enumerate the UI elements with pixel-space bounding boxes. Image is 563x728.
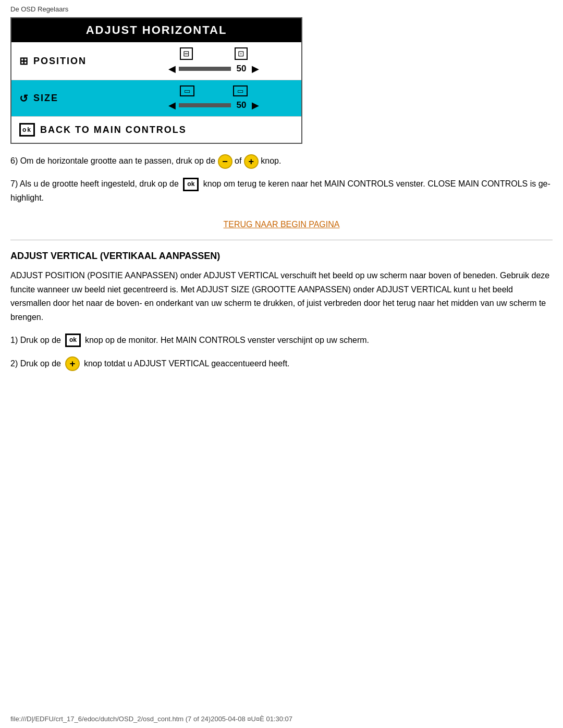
para6-text-end: knop.: [261, 156, 281, 165]
size-value: 50: [234, 100, 249, 110]
position-left-arrow[interactable]: ◀: [168, 63, 176, 75]
item1: 1) Druk op de ok knop op de monitor. Het…: [10, 334, 553, 347]
minus-button-icon: −: [218, 154, 232, 169]
back-label: BACK TO MAIN CONTROLS: [40, 125, 187, 135]
position-slider-fill: [179, 67, 205, 71]
osd-position-row: ⊞ POSITION ⊟ ⊡ ◀ 50 ▶: [11, 42, 301, 80]
page-title: De OSD Regelaars: [10, 5, 553, 13]
item2-pre: 2) Druk op de: [10, 357, 61, 371]
item2: 2) Druk op de + knop totdat u ADJUST VER…: [10, 356, 553, 371]
ok-icon-item1: ok: [65, 334, 81, 347]
size-icons: ▭ ▭: [180, 85, 248, 96]
plus-button-icon: +: [244, 154, 259, 169]
plus-button-icon-item2: +: [65, 356, 80, 371]
section-title: ADJUST VERTICAL (VERTIKAAL AANPASSEN): [10, 251, 553, 262]
monitor-icon: ⊞: [19, 55, 29, 67]
osd-box: ADJUST HORIZONTAL ⊞ POSITION ⊟ ⊡ ◀ 50 ▶ …: [10, 17, 302, 144]
position-slider-row: ◀ 50 ▶: [168, 63, 259, 75]
size-shrink-icon: ▭: [180, 85, 194, 96]
position-value: 50: [234, 64, 249, 74]
para6: 6) Om de horizontale grootte aan te pass…: [10, 154, 553, 169]
para6-of: of: [235, 156, 241, 165]
size-label: ↺ SIZE: [19, 92, 134, 105]
position-controls: ⊟ ⊡ ◀ 50 ▶: [134, 47, 293, 75]
body-text: ADJUST POSITION (POSITIE AANPASSEN) onde…: [10, 269, 553, 324]
position-icons: ⊟ ⊡: [180, 47, 248, 60]
footer: file:///D|/EDFU/crt_17_6/edoc/dutch/OSD_…: [10, 715, 292, 723]
ok-icon: ok: [19, 123, 35, 137]
size-right-arrow[interactable]: ▶: [252, 100, 259, 111]
para7: 7) Als u de grootte heeft ingesteld, dru…: [10, 177, 553, 204]
size-grow-icon: ▭: [233, 85, 248, 96]
osd-size-row: ↺ SIZE ▭ ▭ ◀ 50 ▶: [11, 80, 301, 117]
osd-header: ADJUST HORIZONTAL: [11, 18, 301, 42]
back-to-top-link[interactable]: TERUG NAAR BEGIN PAGINA: [224, 220, 340, 229]
size-slider-fill: [179, 103, 205, 107]
ok-icon-inline: ok: [183, 178, 199, 191]
position-right-icon: ⊡: [235, 47, 248, 60]
size-slider: [179, 103, 231, 107]
size-controls: ▭ ▭ ◀ 50 ▶: [134, 85, 293, 111]
position-label: ⊞ POSITION: [19, 55, 134, 67]
back-row: ok BACK TO MAIN CONTROLS: [11, 117, 301, 143]
size-left-arrow[interactable]: ◀: [168, 100, 176, 111]
position-slider: [179, 67, 231, 71]
size-icon: ↺: [19, 92, 29, 105]
section-divider: [10, 240, 553, 240]
para6-text-pre: 6) Om de horizontale grootte aan te pass…: [10, 156, 215, 165]
item2-post: knop totdat u ADJUST VERTICAL geaccentue…: [84, 357, 290, 371]
size-slider-row: ◀ 50 ▶: [168, 100, 259, 111]
position-left-icon: ⊟: [180, 47, 193, 60]
item1-pre: 1) Druk op de: [10, 334, 61, 347]
adjust-vertical-section: ADJUST VERTICAL (VERTIKAAL AANPASSEN) AD…: [10, 251, 553, 371]
position-right-arrow[interactable]: ▶: [252, 63, 259, 75]
link-section: TERUG NAAR BEGIN PAGINA: [10, 220, 553, 229]
para7-text-pre: 7) Als u de grootte heeft ingesteld, dru…: [10, 179, 179, 188]
item1-post: knop op de monitor. Het MAIN CONTROLS ve…: [85, 334, 369, 347]
